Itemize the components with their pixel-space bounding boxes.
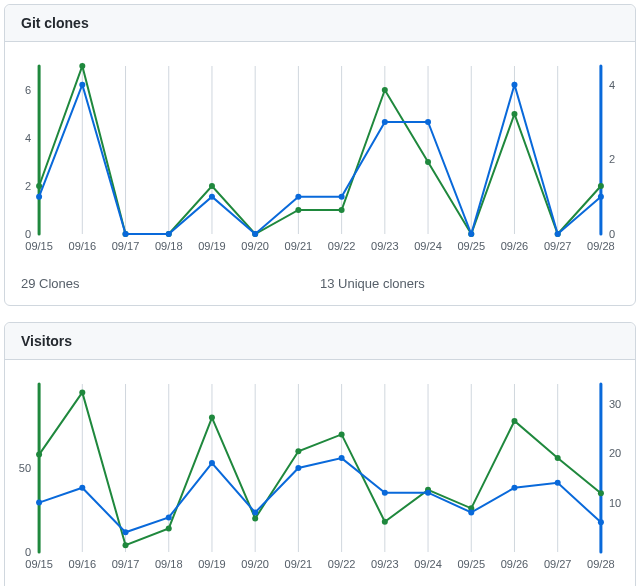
svg-text:0: 0: [25, 228, 31, 240]
svg-text:6: 6: [25, 84, 31, 96]
svg-text:09/27: 09/27: [544, 240, 572, 252]
svg-text:09/18: 09/18: [155, 240, 183, 252]
svg-point-113: [598, 490, 604, 496]
svg-text:09/23: 09/23: [371, 558, 399, 570]
panel-title: Visitors: [5, 323, 635, 360]
panel-footer: 29 Clones 13 Unique cloners: [5, 266, 635, 305]
svg-text:09/22: 09/22: [328, 558, 356, 570]
svg-point-58: [339, 194, 345, 200]
git-clones-chart: 09/1509/1609/1709/1809/1909/2009/2109/22…: [9, 58, 631, 258]
svg-text:09/15: 09/15: [25, 558, 53, 570]
svg-point-41: [209, 183, 215, 189]
svg-text:09/21: 09/21: [285, 558, 313, 570]
svg-point-50: [598, 183, 604, 189]
svg-point-57: [295, 194, 301, 200]
svg-point-103: [166, 525, 172, 531]
svg-point-104: [209, 415, 215, 421]
svg-text:09/21: 09/21: [285, 240, 313, 252]
git-clones-panel: Git clones 09/1509/1609/1709/1809/1909/2…: [4, 4, 636, 306]
svg-point-111: [511, 418, 517, 424]
svg-point-117: [166, 514, 172, 520]
svg-point-100: [36, 452, 42, 458]
summary-clones: 29 Clones: [21, 276, 320, 291]
svg-text:20: 20: [609, 447, 621, 459]
chart-body: 09/1509/1609/1709/1809/1909/2009/2109/22…: [5, 360, 635, 584]
svg-point-53: [123, 231, 129, 237]
svg-point-102: [123, 542, 129, 548]
svg-text:09/17: 09/17: [112, 558, 140, 570]
panel-title: Git clones: [5, 5, 635, 42]
svg-point-125: [511, 485, 517, 491]
svg-point-115: [79, 485, 85, 491]
svg-point-55: [209, 194, 215, 200]
svg-point-123: [425, 490, 431, 496]
svg-text:09/17: 09/17: [112, 240, 140, 252]
svg-point-119: [252, 509, 258, 515]
svg-point-112: [555, 455, 561, 461]
svg-text:09/18: 09/18: [155, 558, 183, 570]
svg-point-120: [295, 465, 301, 471]
svg-point-48: [511, 111, 517, 117]
svg-point-116: [123, 529, 129, 535]
svg-text:4: 4: [609, 79, 615, 91]
visitors-chart: 09/1509/1609/1709/1809/1909/2009/2109/22…: [9, 376, 631, 576]
svg-text:4: 4: [25, 132, 31, 144]
svg-point-101: [79, 389, 85, 395]
svg-text:2: 2: [609, 153, 615, 165]
svg-point-118: [209, 460, 215, 466]
svg-point-127: [598, 519, 604, 525]
svg-text:09/26: 09/26: [501, 558, 529, 570]
svg-text:09/25: 09/25: [457, 240, 485, 252]
svg-point-52: [79, 82, 85, 88]
svg-point-46: [425, 159, 431, 165]
svg-text:09/28: 09/28: [587, 240, 615, 252]
visitors-panel: Visitors 09/1509/1609/1709/1809/1909/200…: [4, 322, 636, 586]
svg-point-60: [425, 119, 431, 125]
chart-body: 09/1509/1609/1709/1809/1909/2009/2109/22…: [5, 42, 635, 266]
svg-text:0: 0: [25, 546, 31, 558]
svg-text:09/16: 09/16: [69, 240, 97, 252]
svg-point-54: [166, 231, 172, 237]
svg-point-59: [382, 119, 388, 125]
svg-text:09/23: 09/23: [371, 240, 399, 252]
svg-text:30: 30: [609, 398, 621, 410]
svg-text:09/20: 09/20: [241, 240, 269, 252]
svg-text:0: 0: [609, 228, 615, 240]
svg-point-105: [252, 515, 258, 521]
svg-point-63: [555, 231, 561, 237]
svg-point-56: [252, 231, 258, 237]
svg-text:10: 10: [609, 497, 621, 509]
svg-point-38: [79, 63, 85, 69]
svg-point-126: [555, 480, 561, 486]
summary-unique-cloners: 13 Unique cloners: [320, 276, 619, 291]
svg-text:09/26: 09/26: [501, 240, 529, 252]
svg-text:09/22: 09/22: [328, 240, 356, 252]
svg-point-62: [511, 82, 517, 88]
svg-point-44: [339, 207, 345, 213]
svg-text:50: 50: [19, 462, 31, 474]
svg-text:09/24: 09/24: [414, 240, 442, 252]
svg-point-108: [382, 519, 388, 525]
svg-point-114: [36, 500, 42, 506]
svg-text:09/25: 09/25: [457, 558, 485, 570]
svg-point-45: [382, 87, 388, 93]
svg-text:09/19: 09/19: [198, 240, 226, 252]
svg-text:09/27: 09/27: [544, 558, 572, 570]
svg-text:09/19: 09/19: [198, 558, 226, 570]
svg-text:09/28: 09/28: [587, 558, 615, 570]
svg-point-106: [295, 448, 301, 454]
svg-text:2: 2: [25, 180, 31, 192]
svg-point-124: [468, 509, 474, 515]
svg-text:09/20: 09/20: [241, 558, 269, 570]
svg-point-61: [468, 231, 474, 237]
svg-point-107: [339, 431, 345, 437]
svg-point-43: [295, 207, 301, 213]
svg-point-122: [382, 490, 388, 496]
svg-text:09/15: 09/15: [25, 240, 53, 252]
svg-text:09/16: 09/16: [69, 558, 97, 570]
svg-point-51: [36, 194, 42, 200]
svg-point-37: [36, 183, 42, 189]
svg-point-121: [339, 455, 345, 461]
svg-point-64: [598, 194, 604, 200]
svg-text:09/24: 09/24: [414, 558, 442, 570]
